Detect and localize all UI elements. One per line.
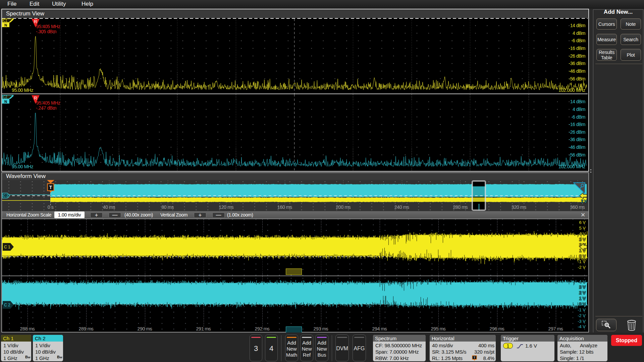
svg-text:T: T: [474, 356, 476, 359]
svg-text:C 1: C 1: [4, 245, 10, 249]
svg-text:C 2: C 2: [4, 303, 10, 307]
